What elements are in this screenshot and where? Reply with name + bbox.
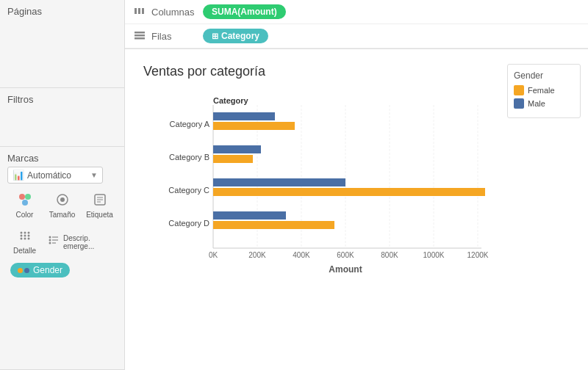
content-area: Columnas SUMA(Amount) Filas ⊞ Category [125, 0, 588, 370]
category-axis-header: Category [213, 96, 249, 105]
svg-point-1 [25, 194, 31, 200]
chart-container: Ventas por categoría Category [125, 49, 588, 370]
category-text: Category [221, 31, 259, 41]
legend-male-color [514, 98, 524, 109]
cat-c-male-bar [213, 178, 345, 186]
legend-female: Female [514, 85, 574, 95]
marcas-section: Marcas 📊 Automático ▼ [0, 147, 124, 370]
svg-rect-29 [135, 37, 145, 40]
svg-text:600K: 600K [337, 251, 354, 259]
svg-rect-28 [135, 35, 145, 37]
svg-point-12 [20, 235, 22, 237]
marks-type-dropdown[interactable]: 📊 Automático ▼ [7, 167, 103, 184]
columnas-label: Columnas [151, 7, 196, 18]
detalle-mark[interactable]: Detalle [7, 225, 42, 258]
cat-b-female-bar [213, 155, 253, 163]
svg-point-17 [27, 238, 29, 240]
etiqueta-label: Etiqueta [86, 211, 113, 219]
descrip-label: Descrip.emerge... [63, 234, 94, 250]
suma-amount-pill[interactable]: SUMA(Amount) [203, 4, 286, 19]
legend-male-label: Male [528, 99, 545, 108]
svg-point-10 [24, 232, 26, 234]
marcas-label: Marcas [7, 153, 117, 164]
gender-dots [18, 268, 29, 273]
chart-title: Ventas por categoría [143, 64, 500, 79]
category-icon: ⊞ [212, 32, 218, 41]
marks-grid: Color Tamaño [7, 189, 117, 258]
bar-chart-icon: 📊 [12, 170, 24, 181]
cat-b-male-bar [213, 145, 261, 153]
svg-rect-27 [135, 32, 145, 34]
legend-title: Gender [514, 70, 574, 81]
bar-chart-svg: Category Category A [143, 90, 496, 281]
svg-text:Category A: Category A [170, 120, 210, 128]
svg-point-20 [49, 242, 51, 244]
paginas-label: Páginas [7, 6, 117, 17]
svg-point-11 [27, 232, 29, 234]
legend-female-color [514, 85, 524, 95]
category-pill[interactable]: ⊞ Category [203, 29, 268, 43]
chart-legend: Gender Female Male [507, 64, 581, 118]
svg-text:200K: 200K [248, 251, 266, 259]
tamano-icon [56, 193, 69, 209]
svg-text:0K: 0K [209, 251, 218, 259]
detalle-label: Detalle [13, 247, 36, 255]
top-bar: Columnas SUMA(Amount) Filas ⊞ Category [125, 0, 588, 49]
svg-text:Category D: Category D [168, 219, 209, 228]
sidebar: Páginas Filtros Marcas 📊 Automático ▼ [0, 0, 125, 370]
tamano-mark[interactable]: Tamaño [45, 189, 79, 222]
etiqueta-mark[interactable]: Etiqueta [82, 189, 117, 222]
svg-text:Category B: Category B [169, 153, 209, 162]
chart-main: Ventas por categoría Category [132, 57, 507, 363]
legend-female-label: Female [528, 86, 555, 95]
columnas-icon [134, 5, 146, 19]
suma-amount-text: SUMA(Amount) [212, 7, 277, 17]
svg-text:Amount: Amount [329, 264, 362, 275]
svg-point-0 [19, 194, 25, 200]
svg-point-15 [20, 238, 22, 240]
svg-point-16 [24, 238, 26, 240]
columnas-row: Columnas SUMA(Amount) [125, 0, 588, 24]
dropdown-arrow-icon: ▼ [90, 171, 98, 179]
svg-text:800K: 800K [381, 251, 398, 259]
svg-rect-25 [138, 8, 140, 14]
descrip-icon [47, 233, 60, 249]
svg-point-4 [60, 197, 65, 202]
filtros-section: Filtros [0, 88, 124, 147]
legend-male: Male [514, 98, 574, 109]
color-icon [18, 193, 32, 209]
svg-point-18 [49, 236, 51, 239]
dropdown-label: Automático [27, 170, 71, 181]
svg-text:400K: 400K [293, 251, 310, 259]
svg-rect-26 [142, 8, 144, 14]
etiqueta-icon [93, 193, 107, 209]
descrip-mark[interactable]: Descrip.emerge... [45, 225, 117, 258]
svg-text:Category C: Category C [168, 186, 209, 195]
color-mark[interactable]: Color [7, 189, 42, 222]
svg-point-2 [22, 200, 28, 206]
cat-c-female-bar [213, 188, 485, 196]
cat-a-male-bar [213, 112, 275, 120]
filas-icon [134, 29, 146, 43]
svg-point-14 [27, 235, 29, 237]
dot-blue [24, 268, 29, 273]
svg-point-9 [20, 232, 22, 234]
gender-tag[interactable]: Gender [10, 263, 70, 278]
svg-rect-24 [135, 8, 137, 14]
gender-label: Gender [33, 265, 62, 275]
svg-text:1000K: 1000K [423, 251, 445, 259]
cat-d-male-bar [213, 211, 286, 220]
tamano-label: Tamaño [49, 211, 76, 219]
dot-orange [18, 268, 23, 273]
svg-point-19 [49, 239, 51, 242]
cat-d-female-bar [213, 221, 334, 229]
cat-a-female-bar [213, 122, 295, 130]
filtros-label: Filtros [7, 94, 117, 105]
svg-point-13 [24, 235, 26, 237]
detalle-icon [18, 229, 32, 245]
paginas-section: Páginas [0, 0, 124, 88]
filas-label: Filas [151, 31, 196, 42]
svg-text:1200K: 1200K [467, 251, 489, 259]
color-label: Color [16, 211, 34, 219]
filas-row: Filas ⊞ Category [125, 24, 588, 48]
